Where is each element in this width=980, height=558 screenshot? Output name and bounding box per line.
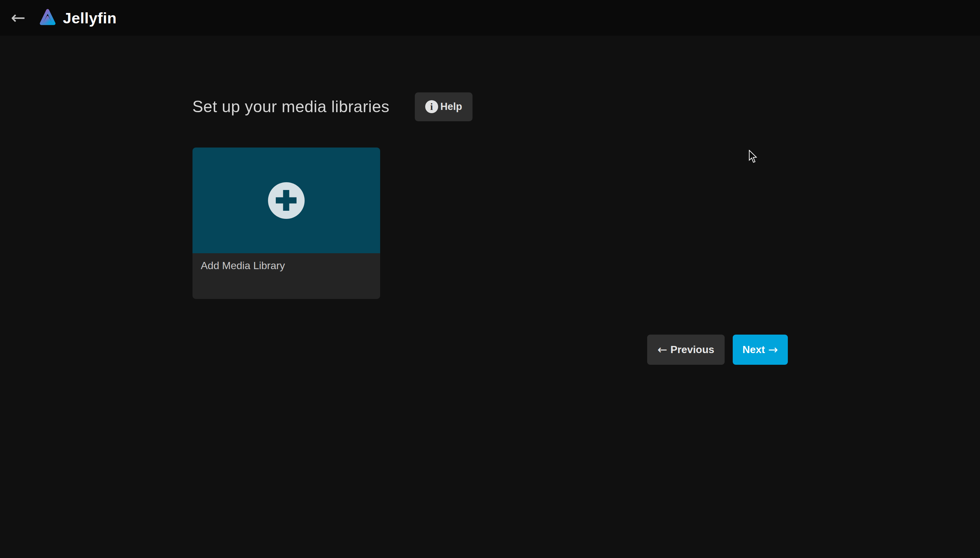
previous-button[interactable]: ← Previous <box>647 335 725 365</box>
help-button[interactable]: i Help <box>415 92 473 121</box>
next-button-label: Next <box>743 344 765 356</box>
help-button-label: Help <box>440 101 462 113</box>
back-arrow-icon: ← <box>11 9 25 26</box>
add-plus-icon <box>268 182 304 219</box>
add-media-library-card[interactable]: Add Media Library <box>193 148 380 299</box>
add-card-image-area <box>193 148 380 253</box>
jellyfin-logo-icon <box>37 7 58 28</box>
arrow-right-icon: → <box>768 344 778 356</box>
add-card-label: Add Media Library <box>201 260 285 271</box>
page-title: Set up your media libraries <box>193 97 389 116</box>
app-header: ← Jellyfin <box>0 0 980 36</box>
jellyfin-logo: Jellyfin <box>37 7 117 28</box>
wizard-content: Set up your media libraries i Help Add M… <box>193 92 788 365</box>
wizard-nav: ← Previous Next → <box>193 335 788 365</box>
add-card-footer: Add Media Library <box>193 253 380 299</box>
title-row: Set up your media libraries i Help <box>193 92 788 121</box>
arrow-left-icon: ← <box>658 344 667 356</box>
info-icon: i <box>425 100 438 113</box>
back-button[interactable]: ← <box>8 7 28 28</box>
next-button[interactable]: Next → <box>733 335 788 365</box>
previous-button-label: Previous <box>671 344 714 356</box>
app-title: Jellyfin <box>63 9 117 27</box>
